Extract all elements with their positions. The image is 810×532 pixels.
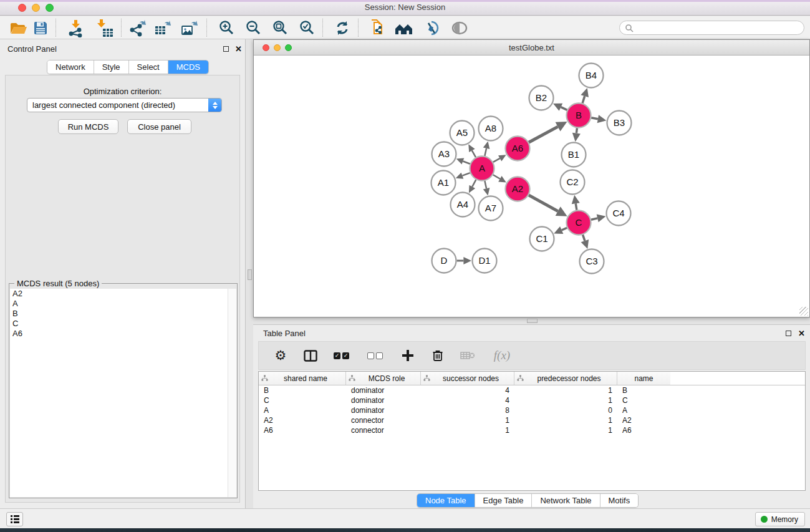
column-header-name[interactable]: name xyxy=(617,372,670,385)
add-column-icon[interactable] xyxy=(400,347,416,364)
graph-edge-D-D1[interactable] xyxy=(457,257,472,264)
close-panel-button[interactable]: Close panel xyxy=(127,119,191,134)
hide-graphics-details-icon[interactable] xyxy=(420,19,443,37)
graph-node-B3[interactable]: B3 xyxy=(607,111,632,135)
graph-node-A2[interactable]: A2 xyxy=(506,177,530,201)
table-tab-motifs[interactable]: Motifs xyxy=(600,494,639,507)
column-header-successor-nodes[interactable]: successor nodes xyxy=(421,372,514,385)
column-header-predecessor-nodes[interactable]: predecessor nodes xyxy=(514,372,617,385)
refresh-icon[interactable] xyxy=(331,19,354,37)
table-close-panel-icon[interactable]: ✕ xyxy=(798,329,806,337)
graph-node-C3[interactable]: C3 xyxy=(580,249,604,274)
mcds-result-item[interactable]: A xyxy=(10,299,228,309)
tab-mcds[interactable]: MCDS xyxy=(168,60,208,74)
graph-edge-A-A3[interactable] xyxy=(456,158,470,164)
graph-edge-B-B2[interactable] xyxy=(553,104,567,111)
graph-node-B4[interactable]: B4 xyxy=(579,64,604,88)
graph-edge-A-A7[interactable] xyxy=(483,181,490,195)
graph-node-B1[interactable]: B1 xyxy=(562,143,586,167)
new-network-from-selection-icon[interactable] xyxy=(367,19,389,37)
graph-node-B2[interactable]: B2 xyxy=(529,86,554,110)
graph-node-A7[interactable]: A7 xyxy=(479,196,503,221)
graph-edge-B-B3[interactable] xyxy=(591,115,606,123)
graph-node-C[interactable]: C xyxy=(567,211,591,235)
graph-node-A1[interactable]: A1 xyxy=(432,171,456,195)
search-input[interactable] xyxy=(634,24,804,32)
graph-edge-A-A6[interactable] xyxy=(493,155,506,162)
graph-node-C1[interactable]: C1 xyxy=(530,227,554,251)
function-builder-icon[interactable]: f(x) xyxy=(489,347,514,364)
table-row[interactable]: Adominator80A xyxy=(259,405,805,415)
tab-network[interactable]: Network xyxy=(47,60,94,74)
graph-edge-B-B1[interactable] xyxy=(572,128,581,142)
graph-node-A6[interactable]: A6 xyxy=(506,137,530,161)
graph-node-A5[interactable]: A5 xyxy=(450,121,475,145)
table-tab-node-table[interactable]: Node Table xyxy=(417,494,475,507)
zoom-in-icon[interactable] xyxy=(215,19,238,37)
zoom-selected-icon[interactable] xyxy=(296,19,318,37)
network-graph[interactable]: A5A8A3A6AA1A4A7A2B4B2BB3B1C2CC4C1C3DD1 xyxy=(254,56,809,317)
splitter-handle-vertical[interactable] xyxy=(248,269,252,280)
graph-edge-B-B4[interactable] xyxy=(581,88,589,103)
graph-edge-A-A5[interactable] xyxy=(468,144,476,157)
window-resize-grip[interactable] xyxy=(799,307,808,316)
column-header-shared-name[interactable]: shared name xyxy=(259,372,346,385)
task-history-button[interactable] xyxy=(6,512,23,526)
graph-edge-C-C2[interactable] xyxy=(572,195,580,210)
tab-style[interactable]: Style xyxy=(94,60,129,74)
graph-edge-A-A8[interactable] xyxy=(483,142,490,156)
import-network-icon[interactable] xyxy=(65,19,87,37)
tab-select[interactable]: Select xyxy=(129,60,168,74)
table-row[interactable]: Cdominator41C xyxy=(259,395,805,405)
splitter-handle-horizontal[interactable] xyxy=(527,319,538,323)
mcds-result-item[interactable]: B xyxy=(10,309,228,319)
graph-node-A8[interactable]: A8 xyxy=(479,117,503,141)
table-row[interactable]: A2connector11A2 xyxy=(259,415,805,425)
zoom-out-icon[interactable] xyxy=(242,19,264,37)
eye-icon[interactable] xyxy=(448,19,471,37)
search-box[interactable] xyxy=(619,21,804,35)
graph-node-A[interactable]: A xyxy=(470,157,494,181)
import-table-icon[interactable] xyxy=(94,19,116,37)
graph-node-D1[interactable]: D1 xyxy=(473,249,497,273)
mcds-result-item[interactable]: A6 xyxy=(10,329,228,339)
mcds-list-scrollbar[interactable] xyxy=(228,289,236,497)
table-tab-network-table[interactable]: Network Table xyxy=(532,494,600,507)
memory-button[interactable]: Memory xyxy=(755,512,805,526)
mcds-result-item[interactable]: A2 xyxy=(10,289,228,299)
save-session-icon[interactable] xyxy=(29,19,52,37)
settings-icon[interactable]: ⚙ xyxy=(272,347,289,364)
table-row[interactable]: Bdominator41B xyxy=(259,385,805,395)
run-mcds-button[interactable]: Run MCDS xyxy=(58,119,118,134)
delete-table-icon[interactable] xyxy=(460,347,476,364)
graph-edge-A-A4[interactable] xyxy=(469,180,476,193)
zoom-fit-icon[interactable] xyxy=(269,19,291,37)
graph-edge-C-C3[interactable] xyxy=(581,235,589,249)
graph-edge-A2-C[interactable] xyxy=(529,195,567,216)
float-panel-icon[interactable] xyxy=(222,45,230,53)
open-session-icon[interactable] xyxy=(7,19,29,37)
table-row[interactable]: A6connector11A6 xyxy=(259,425,805,435)
delete-column-icon[interactable] xyxy=(430,347,446,364)
deselect-all-columns-icon[interactable] xyxy=(366,347,386,364)
graph-edge-A6-B[interactable] xyxy=(529,122,567,142)
graph-node-B[interactable]: B xyxy=(567,104,591,128)
graph-node-A4[interactable]: A4 xyxy=(451,193,475,217)
graph-edge-A-A1[interactable] xyxy=(456,173,470,179)
graph-node-A3[interactable]: A3 xyxy=(432,142,456,167)
first-neighbors-icon[interactable] xyxy=(393,19,415,37)
export-network-icon[interactable] xyxy=(126,19,148,37)
network-canvas[interactable]: A5A8A3A6AA1A4A7A2B4B2BB3B1C2CC4C1C3DD1 xyxy=(254,56,809,317)
graph-node-C2[interactable]: C2 xyxy=(561,170,585,195)
column-header-MCDS-role[interactable]: MCDS role xyxy=(346,372,421,385)
select-all-columns-icon[interactable]: ✓✓ xyxy=(332,347,352,364)
export-table-icon[interactable] xyxy=(152,19,175,37)
mcds-result-list[interactable]: A2ABCA6 xyxy=(10,289,228,497)
graph-edge-C-C1[interactable] xyxy=(554,226,567,234)
graph-edge-C-C4[interactable] xyxy=(591,214,606,222)
column-layout-icon[interactable] xyxy=(302,347,319,364)
graph-node-D[interactable]: D xyxy=(432,249,456,273)
table-tab-edge-table[interactable]: Edge Table xyxy=(475,494,533,507)
graph-node-C4[interactable]: C4 xyxy=(607,201,631,226)
table-float-panel-icon[interactable] xyxy=(784,329,793,337)
